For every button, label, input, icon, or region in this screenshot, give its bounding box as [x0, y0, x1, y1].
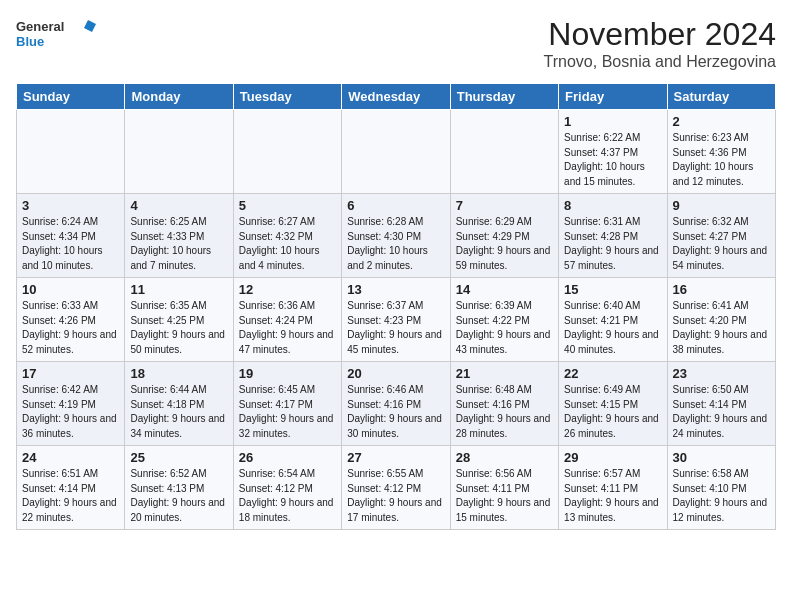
cell-date-number: 23 [673, 366, 770, 381]
svg-marker-2 [84, 20, 96, 32]
calendar-day-cell: 25Sunrise: 6:52 AM Sunset: 4:13 PM Dayli… [125, 446, 233, 530]
cell-info-text: Sunrise: 6:36 AM Sunset: 4:24 PM Dayligh… [239, 299, 336, 357]
cell-date-number: 6 [347, 198, 444, 213]
cell-info-text: Sunrise: 6:40 AM Sunset: 4:21 PM Dayligh… [564, 299, 661, 357]
calendar-week-row: 24Sunrise: 6:51 AM Sunset: 4:14 PM Dayli… [17, 446, 776, 530]
calendar-day-cell: 22Sunrise: 6:49 AM Sunset: 4:15 PM Dayli… [559, 362, 667, 446]
calendar-day-cell: 1Sunrise: 6:22 AM Sunset: 4:37 PM Daylig… [559, 110, 667, 194]
calendar-day-cell: 20Sunrise: 6:46 AM Sunset: 4:16 PM Dayli… [342, 362, 450, 446]
calendar-day-cell: 29Sunrise: 6:57 AM Sunset: 4:11 PM Dayli… [559, 446, 667, 530]
svg-text:Blue: Blue [16, 34, 44, 49]
page-header: General Blue November 2024 Trnovo, Bosni… [16, 16, 776, 71]
cell-info-text: Sunrise: 6:32 AM Sunset: 4:27 PM Dayligh… [673, 215, 770, 273]
cell-date-number: 11 [130, 282, 227, 297]
cell-info-text: Sunrise: 6:29 AM Sunset: 4:29 PM Dayligh… [456, 215, 553, 273]
cell-info-text: Sunrise: 6:45 AM Sunset: 4:17 PM Dayligh… [239, 383, 336, 441]
calendar-day-cell: 10Sunrise: 6:33 AM Sunset: 4:26 PM Dayli… [17, 278, 125, 362]
calendar-day-header: Saturday [667, 84, 775, 110]
calendar-day-header: Thursday [450, 84, 558, 110]
cell-date-number: 17 [22, 366, 119, 381]
cell-info-text: Sunrise: 6:57 AM Sunset: 4:11 PM Dayligh… [564, 467, 661, 525]
calendar-day-cell: 12Sunrise: 6:36 AM Sunset: 4:24 PM Dayli… [233, 278, 341, 362]
cell-info-text: Sunrise: 6:23 AM Sunset: 4:36 PM Dayligh… [673, 131, 770, 189]
calendar-header-row: SundayMondayTuesdayWednesdayThursdayFrid… [17, 84, 776, 110]
calendar-day-cell [450, 110, 558, 194]
cell-date-number: 29 [564, 450, 661, 465]
cell-date-number: 30 [673, 450, 770, 465]
calendar-day-cell: 14Sunrise: 6:39 AM Sunset: 4:22 PM Dayli… [450, 278, 558, 362]
cell-date-number: 21 [456, 366, 553, 381]
calendar-day-cell: 9Sunrise: 6:32 AM Sunset: 4:27 PM Daylig… [667, 194, 775, 278]
cell-date-number: 3 [22, 198, 119, 213]
calendar-day-cell: 27Sunrise: 6:55 AM Sunset: 4:12 PM Dayli… [342, 446, 450, 530]
calendar-day-cell [17, 110, 125, 194]
cell-date-number: 4 [130, 198, 227, 213]
cell-info-text: Sunrise: 6:25 AM Sunset: 4:33 PM Dayligh… [130, 215, 227, 273]
cell-info-text: Sunrise: 6:58 AM Sunset: 4:10 PM Dayligh… [673, 467, 770, 525]
cell-date-number: 20 [347, 366, 444, 381]
calendar-day-cell: 7Sunrise: 6:29 AM Sunset: 4:29 PM Daylig… [450, 194, 558, 278]
cell-info-text: Sunrise: 6:28 AM Sunset: 4:30 PM Dayligh… [347, 215, 444, 273]
cell-info-text: Sunrise: 6:41 AM Sunset: 4:20 PM Dayligh… [673, 299, 770, 357]
cell-date-number: 15 [564, 282, 661, 297]
logo: General Blue [16, 16, 96, 56]
cell-info-text: Sunrise: 6:42 AM Sunset: 4:19 PM Dayligh… [22, 383, 119, 441]
cell-info-text: Sunrise: 6:39 AM Sunset: 4:22 PM Dayligh… [456, 299, 553, 357]
calendar-week-row: 3Sunrise: 6:24 AM Sunset: 4:34 PM Daylig… [17, 194, 776, 278]
cell-info-text: Sunrise: 6:27 AM Sunset: 4:32 PM Dayligh… [239, 215, 336, 273]
cell-date-number: 24 [22, 450, 119, 465]
cell-info-text: Sunrise: 6:54 AM Sunset: 4:12 PM Dayligh… [239, 467, 336, 525]
cell-date-number: 28 [456, 450, 553, 465]
cell-date-number: 9 [673, 198, 770, 213]
cell-date-number: 19 [239, 366, 336, 381]
cell-date-number: 10 [22, 282, 119, 297]
calendar-day-cell: 5Sunrise: 6:27 AM Sunset: 4:32 PM Daylig… [233, 194, 341, 278]
calendar-day-cell: 11Sunrise: 6:35 AM Sunset: 4:25 PM Dayli… [125, 278, 233, 362]
cell-date-number: 16 [673, 282, 770, 297]
cell-info-text: Sunrise: 6:46 AM Sunset: 4:16 PM Dayligh… [347, 383, 444, 441]
cell-info-text: Sunrise: 6:52 AM Sunset: 4:13 PM Dayligh… [130, 467, 227, 525]
calendar-day-cell: 6Sunrise: 6:28 AM Sunset: 4:30 PM Daylig… [342, 194, 450, 278]
cell-date-number: 22 [564, 366, 661, 381]
calendar-day-cell: 17Sunrise: 6:42 AM Sunset: 4:19 PM Dayli… [17, 362, 125, 446]
calendar-day-cell: 30Sunrise: 6:58 AM Sunset: 4:10 PM Dayli… [667, 446, 775, 530]
calendar-day-cell [342, 110, 450, 194]
calendar-day-cell: 13Sunrise: 6:37 AM Sunset: 4:23 PM Dayli… [342, 278, 450, 362]
calendar-day-cell: 24Sunrise: 6:51 AM Sunset: 4:14 PM Dayli… [17, 446, 125, 530]
cell-date-number: 7 [456, 198, 553, 213]
calendar-day-cell: 16Sunrise: 6:41 AM Sunset: 4:20 PM Dayli… [667, 278, 775, 362]
cell-info-text: Sunrise: 6:35 AM Sunset: 4:25 PM Dayligh… [130, 299, 227, 357]
location-subtitle: Trnovo, Bosnia and Herzegovina [544, 53, 776, 71]
cell-info-text: Sunrise: 6:49 AM Sunset: 4:15 PM Dayligh… [564, 383, 661, 441]
cell-info-text: Sunrise: 6:50 AM Sunset: 4:14 PM Dayligh… [673, 383, 770, 441]
cell-date-number: 2 [673, 114, 770, 129]
calendar-table: SundayMondayTuesdayWednesdayThursdayFrid… [16, 83, 776, 530]
calendar-day-header: Sunday [17, 84, 125, 110]
calendar-day-cell: 28Sunrise: 6:56 AM Sunset: 4:11 PM Dayli… [450, 446, 558, 530]
calendar-day-cell: 26Sunrise: 6:54 AM Sunset: 4:12 PM Dayli… [233, 446, 341, 530]
calendar-day-cell: 23Sunrise: 6:50 AM Sunset: 4:14 PM Dayli… [667, 362, 775, 446]
calendar-day-cell [233, 110, 341, 194]
month-title: November 2024 [544, 16, 776, 53]
cell-info-text: Sunrise: 6:51 AM Sunset: 4:14 PM Dayligh… [22, 467, 119, 525]
calendar-day-header: Wednesday [342, 84, 450, 110]
cell-info-text: Sunrise: 6:56 AM Sunset: 4:11 PM Dayligh… [456, 467, 553, 525]
calendar-week-row: 17Sunrise: 6:42 AM Sunset: 4:19 PM Dayli… [17, 362, 776, 446]
cell-info-text: Sunrise: 6:48 AM Sunset: 4:16 PM Dayligh… [456, 383, 553, 441]
calendar-day-cell: 21Sunrise: 6:48 AM Sunset: 4:16 PM Dayli… [450, 362, 558, 446]
calendar-day-cell: 3Sunrise: 6:24 AM Sunset: 4:34 PM Daylig… [17, 194, 125, 278]
cell-date-number: 14 [456, 282, 553, 297]
calendar-day-cell: 8Sunrise: 6:31 AM Sunset: 4:28 PM Daylig… [559, 194, 667, 278]
calendar-day-cell: 15Sunrise: 6:40 AM Sunset: 4:21 PM Dayli… [559, 278, 667, 362]
calendar-day-cell: 18Sunrise: 6:44 AM Sunset: 4:18 PM Dayli… [125, 362, 233, 446]
cell-date-number: 25 [130, 450, 227, 465]
cell-date-number: 27 [347, 450, 444, 465]
calendar-day-header: Tuesday [233, 84, 341, 110]
cell-info-text: Sunrise: 6:31 AM Sunset: 4:28 PM Dayligh… [564, 215, 661, 273]
cell-info-text: Sunrise: 6:33 AM Sunset: 4:26 PM Dayligh… [22, 299, 119, 357]
cell-info-text: Sunrise: 6:24 AM Sunset: 4:34 PM Dayligh… [22, 215, 119, 273]
cell-date-number: 26 [239, 450, 336, 465]
cell-info-text: Sunrise: 6:44 AM Sunset: 4:18 PM Dayligh… [130, 383, 227, 441]
svg-text:General: General [16, 19, 64, 34]
cell-date-number: 12 [239, 282, 336, 297]
